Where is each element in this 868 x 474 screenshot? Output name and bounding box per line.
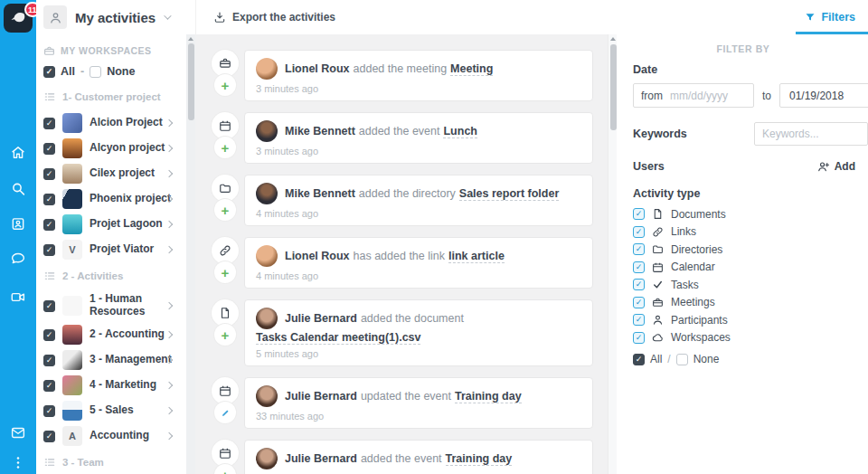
- section-team[interactable]: 3 - Team: [43, 449, 186, 474]
- section-customer-project[interactable]: 1- Customer project: [43, 83, 186, 110]
- workspace-checkbox[interactable]: [43, 405, 55, 417]
- filter-type-documents[interactable]: Documents: [633, 205, 868, 223]
- none-checkbox[interactable]: [676, 354, 688, 365]
- link-icon: [652, 226, 664, 238]
- chat-icon[interactable]: [11, 251, 26, 266]
- filter-type-meetings[interactable]: Meetings: [633, 294, 868, 312]
- sidebar-item-accounting-2[interactable]: 2 - Accounting: [43, 322, 186, 347]
- mail-icon[interactable]: [11, 425, 26, 441]
- activity-object-link[interactable]: Training day: [455, 390, 522, 403]
- feed-scrollbar[interactable]: [608, 34, 617, 474]
- all-label[interactable]: All: [650, 353, 662, 365]
- section-label: 3 - Team: [62, 457, 104, 468]
- filter-type-directories[interactable]: Directories: [633, 241, 868, 259]
- workspace-checkbox[interactable]: [43, 380, 55, 392]
- workspace-checkbox[interactable]: [43, 219, 55, 231]
- add-user-label: Add: [835, 160, 855, 173]
- activity-card[interactable]: Julie Bernard added the event Training d…: [244, 440, 593, 474]
- sidebar-item-projet-lagoon[interactable]: Projet Lagoon: [43, 212, 186, 237]
- workspace-checkbox[interactable]: [43, 355, 55, 366]
- all-checkbox[interactable]: [43, 66, 55, 78]
- none-checkbox[interactable]: [90, 66, 101, 78]
- activity-card[interactable]: Julie Bernard updated the event Training…: [244, 377, 593, 429]
- section-label: 2 - Activities: [62, 270, 123, 281]
- workspace-checkbox[interactable]: [43, 143, 55, 155]
- sidebar-item-management[interactable]: 3 - Management: [43, 347, 186, 373]
- workspace-checkbox[interactable]: [43, 329, 55, 341]
- type-label: Documents: [671, 208, 726, 221]
- add-user-button[interactable]: Add: [817, 160, 855, 173]
- sidebar-item-sales[interactable]: 5 - Sales: [43, 398, 186, 423]
- filter-type-workspaces[interactable]: Workspaces: [633, 329, 868, 347]
- activity-card[interactable]: Mike Bennett added the event Lunch 3 min…: [244, 112, 593, 164]
- sidebar-item-alcyon-project[interactable]: Alcyon project: [43, 136, 186, 161]
- keywords-input[interactable]: [754, 122, 868, 146]
- sidebar-item-projet-viator[interactable]: V Projet Viator: [43, 237, 186, 262]
- activity-card[interactable]: Mike Bennett added the directory Sales r…: [244, 175, 593, 226]
- workspace-checkbox[interactable]: [43, 244, 55, 256]
- type-checkbox[interactable]: [633, 208, 645, 220]
- filter-type-participants[interactable]: Participants: [633, 311, 868, 329]
- contacts-icon[interactable]: [11, 216, 26, 232]
- scroll-up-arrow[interactable]: [610, 37, 616, 41]
- activity-card[interactable]: Lionel Roux has added the link link arti…: [244, 237, 593, 289]
- avatar: [256, 58, 278, 80]
- sidebar-item-marketing[interactable]: 4 - Marketing: [43, 373, 186, 398]
- add-action-icon: +: [214, 199, 236, 221]
- activity-object-link[interactable]: Meeting: [450, 62, 493, 76]
- type-checkbox[interactable]: [633, 226, 645, 238]
- workspace-checkbox[interactable]: [43, 431, 55, 442]
- type-checkbox[interactable]: [633, 332, 645, 344]
- sidebar-item-human-resources[interactable]: 1 - Human Resources: [43, 289, 186, 322]
- more-options-icon[interactable]: [11, 455, 26, 470]
- activity-card[interactable]: Julie Bernard added the document Tasks C…: [244, 299, 593, 366]
- keywords-filter-row: Keywords: [633, 122, 868, 146]
- sidebar-item-phoenix-project[interactable]: Phoenix project: [43, 186, 186, 212]
- filters-tab[interactable]: Filters: [796, 0, 868, 34]
- none-label[interactable]: None: [107, 65, 135, 78]
- activity-object-link[interactable]: Training day: [446, 452, 513, 466]
- scrollbar-thumb[interactable]: [610, 44, 617, 130]
- directory-icon: [652, 243, 664, 255]
- search-icon[interactable]: [11, 181, 26, 196]
- home-icon[interactable]: [11, 145, 26, 160]
- scroll-up-arrow[interactable]: [188, 37, 193, 41]
- type-checkbox[interactable]: [633, 297, 645, 308]
- section-activities[interactable]: 2 - Activities: [43, 262, 186, 289]
- activity-type-badge: +: [212, 440, 239, 474]
- workspace-checkbox[interactable]: [43, 194, 55, 205]
- none-label[interactable]: None: [693, 353, 720, 365]
- date-from-input[interactable]: [670, 90, 753, 102]
- workspace-checkbox[interactable]: [43, 168, 55, 180]
- video-call-icon[interactable]: [11, 289, 26, 305]
- workspace-thumbnail: [62, 189, 82, 209]
- sidebar-item-accounting[interactable]: A Accounting: [43, 423, 186, 449]
- activity-object-link[interactable]: Sales report folder: [459, 187, 559, 201]
- scrollbar-thumb[interactable]: [188, 43, 194, 120]
- type-checkbox[interactable]: [633, 243, 645, 255]
- activities-view-switcher[interactable]: My activities: [43, 0, 169, 34]
- activity-object-link[interactable]: Tasks Calendar meeting(1).csv: [256, 331, 420, 345]
- type-checkbox[interactable]: [633, 314, 645, 326]
- type-checkbox[interactable]: [633, 279, 645, 290]
- all-checkbox[interactable]: [633, 354, 645, 365]
- sidebar-scrollbar[interactable]: [186, 34, 195, 474]
- thumbnail-letter: V: [69, 244, 75, 255]
- date-to-input[interactable]: [789, 90, 868, 102]
- sidebar-item-alcion-project[interactable]: Alcion Project: [43, 110, 186, 136]
- app-logo[interactable]: 11: [4, 4, 33, 33]
- workspace-checkbox[interactable]: [43, 118, 55, 129]
- filter-type-links[interactable]: Links: [633, 223, 868, 242]
- all-label[interactable]: All: [61, 65, 75, 78]
- activity-card[interactable]: Lionel Roux added the meeting Meeting 3 …: [244, 50, 593, 101]
- keywords-label: Keywords: [633, 128, 687, 140]
- sidebar-item-cilex-project[interactable]: Cilex project: [43, 161, 186, 186]
- calendar-icon: [212, 112, 239, 139]
- workspace-checkbox[interactable]: [43, 300, 55, 312]
- type-checkbox[interactable]: [633, 261, 645, 273]
- export-activities-button[interactable]: Export the activities: [213, 0, 335, 34]
- filter-type-tasks[interactable]: Tasks: [633, 276, 868, 294]
- activity-object-link[interactable]: Lunch: [443, 125, 477, 138]
- filter-type-calendar[interactable]: Calendar: [633, 259, 868, 277]
- activity-object-link[interactable]: link article: [448, 250, 505, 263]
